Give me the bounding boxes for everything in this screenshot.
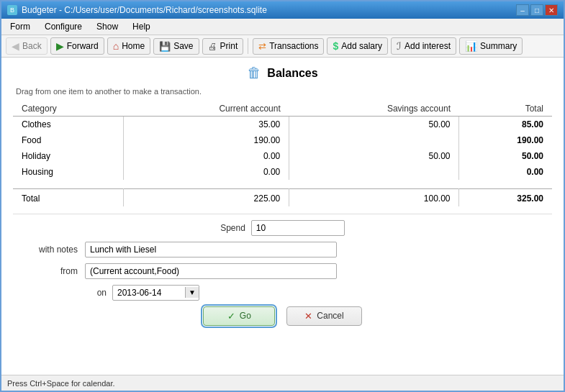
spend-label: Spend bbox=[220, 223, 245, 233]
cell-category: Food bbox=[13, 132, 123, 148]
home-icon: ⌂ bbox=[113, 40, 119, 52]
notes-row: with notes bbox=[13, 242, 552, 257]
total-row: Total 225.00 100.00 325.00 bbox=[13, 188, 552, 206]
menu-form[interactable]: Form bbox=[4, 20, 36, 33]
spend-row: Spend bbox=[13, 220, 552, 236]
save-label: Save bbox=[173, 41, 193, 51]
save-button[interactable]: 💾 Save bbox=[153, 38, 199, 55]
back-icon: ◀ bbox=[12, 40, 19, 52]
cell-total: 190.00 bbox=[459, 132, 552, 148]
forward-button[interactable]: ▶ Forward bbox=[50, 37, 104, 55]
cell-total: 0.00 bbox=[459, 164, 552, 180]
interest-label: Add interest bbox=[404, 41, 451, 51]
on-label: on bbox=[85, 288, 107, 298]
menu-configure[interactable]: Configure bbox=[39, 20, 88, 33]
salary-label: Add salary bbox=[341, 41, 382, 51]
window-title: Budgeter - C:/Users/user/Documents/Richa… bbox=[22, 5, 267, 15]
cell-current: 190.00 bbox=[123, 132, 289, 148]
total-current: 225.00 bbox=[123, 188, 289, 206]
cell-category: Holiday bbox=[13, 148, 123, 164]
app-icon: B bbox=[7, 5, 17, 15]
summary-icon: 📊 bbox=[465, 40, 477, 52]
date-input[interactable] bbox=[113, 286, 185, 300]
balances-table: Category Current account Savings account… bbox=[13, 101, 552, 206]
add-salary-button[interactable]: $ Add salary bbox=[327, 37, 388, 55]
total-total: 325.00 bbox=[459, 188, 552, 206]
summary-button[interactable]: 📊 Summary bbox=[459, 37, 523, 55]
back-label: Back bbox=[22, 41, 42, 51]
from-row: from bbox=[13, 263, 552, 279]
cell-savings: 50.00 bbox=[289, 148, 459, 164]
cell-savings: 50.00 bbox=[289, 117, 459, 133]
cell-category: Housing bbox=[13, 164, 123, 180]
cell-current: 0.00 bbox=[123, 148, 289, 164]
interest-icon: ℐ bbox=[397, 40, 402, 52]
cancel-label: Cancel bbox=[317, 311, 343, 321]
table-row[interactable]: Food 190.00 190.00 bbox=[13, 132, 552, 148]
date-input-wrap: ▼ bbox=[112, 285, 199, 301]
date-dropdown-button[interactable]: ▼ bbox=[185, 287, 199, 298]
drag-hint: Drag from one item to another to make a … bbox=[16, 87, 552, 96]
status-text: Press Ctrl+Space for calendar. bbox=[7, 379, 115, 388]
home-label: Home bbox=[122, 41, 145, 51]
save-icon: 💾 bbox=[159, 41, 171, 52]
col-header-category: Category bbox=[13, 101, 123, 117]
summary-label: Summary bbox=[480, 41, 517, 51]
notes-label: with notes bbox=[13, 245, 85, 255]
title-controls: – □ ✕ bbox=[516, 4, 558, 16]
on-row: on ▼ bbox=[85, 285, 552, 301]
forward-label: Forward bbox=[67, 41, 99, 51]
print-button[interactable]: 🖨 Print bbox=[202, 38, 244, 55]
from-input[interactable] bbox=[85, 263, 337, 279]
go-label: Go bbox=[240, 311, 251, 321]
form-section: Spend with notes from on ▼ bbox=[13, 214, 552, 326]
table-row[interactable]: Clothes 35.00 50.00 85.00 bbox=[13, 117, 552, 133]
cell-current: 35.00 bbox=[123, 117, 289, 133]
toolbar: ◀ Back ▶ Forward ⌂ Home 💾 Save 🖨 Print ⇄… bbox=[1, 35, 564, 58]
cell-category: Clothes bbox=[13, 117, 123, 133]
cell-current: 0.00 bbox=[123, 164, 289, 180]
spend-input[interactable] bbox=[251, 220, 345, 236]
home-button[interactable]: ⌂ Home bbox=[107, 37, 150, 55]
content-area: 🗑 Balances Drag from one item to another… bbox=[1, 58, 564, 375]
cell-total: 85.00 bbox=[459, 117, 552, 133]
table-row[interactable]: Holiday 0.00 50.00 50.00 bbox=[13, 148, 552, 164]
close-button[interactable]: ✕ bbox=[545, 4, 558, 16]
go-check-icon: ✓ bbox=[227, 311, 235, 322]
go-button[interactable]: ✓ Go bbox=[203, 306, 275, 326]
back-button[interactable]: ◀ Back bbox=[6, 37, 48, 55]
total-label: Total bbox=[13, 188, 123, 206]
col-header-total: Total bbox=[459, 101, 552, 117]
print-label: Print bbox=[220, 41, 238, 51]
forward-icon: ▶ bbox=[56, 40, 64, 52]
transactions-label: Transactions bbox=[269, 41, 318, 51]
notes-input[interactable] bbox=[85, 242, 337, 257]
col-header-current: Current account bbox=[123, 101, 289, 117]
balances-icon: 🗑 bbox=[247, 65, 261, 81]
menu-show[interactable]: Show bbox=[91, 20, 124, 33]
status-bar: Press Ctrl+Space for calendar. bbox=[1, 375, 564, 391]
cell-savings bbox=[289, 132, 459, 148]
menu-help[interactable]: Help bbox=[127, 20, 156, 33]
transactions-icon: ⇄ bbox=[258, 41, 266, 52]
total-savings: 100.00 bbox=[289, 188, 459, 206]
toolbar-separator-1 bbox=[248, 38, 248, 54]
cell-total: 50.00 bbox=[459, 148, 552, 164]
menu-bar: Form Configure Show Help bbox=[1, 19, 564, 35]
cancel-x-icon: ✕ bbox=[304, 311, 312, 322]
main-window: B Budgeter - C:/Users/user/Documents/Ric… bbox=[0, 0, 565, 392]
transactions-button[interactable]: ⇄ Transactions bbox=[253, 38, 324, 55]
balances-header: 🗑 Balances bbox=[13, 65, 552, 81]
maximize-button[interactable]: □ bbox=[530, 4, 543, 16]
balances-title: Balances bbox=[267, 67, 317, 80]
col-header-savings: Savings account bbox=[289, 101, 459, 117]
minimize-button[interactable]: – bbox=[516, 4, 529, 16]
add-interest-button[interactable]: ℐ Add interest bbox=[391, 37, 456, 55]
title-bar: B Budgeter - C:/Users/user/Documents/Ric… bbox=[1, 1, 564, 19]
cell-savings bbox=[289, 164, 459, 180]
salary-icon: $ bbox=[333, 40, 338, 52]
buttons-row: ✓ Go ✕ Cancel bbox=[13, 306, 552, 326]
print-icon: 🖨 bbox=[208, 41, 217, 52]
table-row[interactable]: Housing 0.00 0.00 bbox=[13, 164, 552, 180]
cancel-button[interactable]: ✕ Cancel bbox=[286, 306, 361, 326]
